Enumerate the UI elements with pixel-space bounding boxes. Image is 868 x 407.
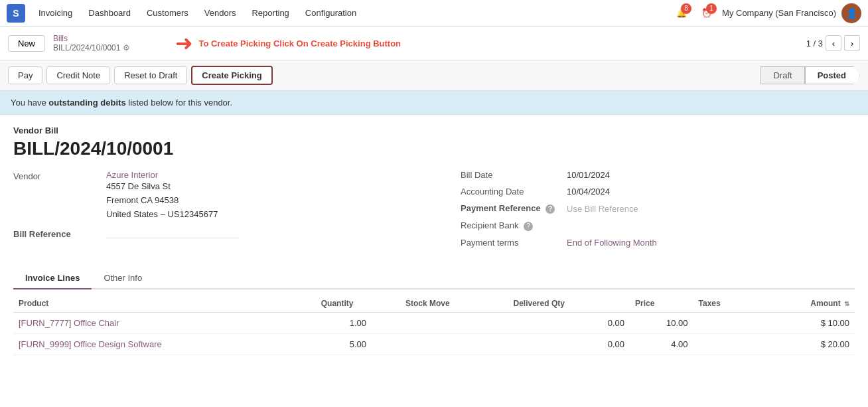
tabs-bar: Invoice Lines Other Info <box>13 268 855 289</box>
gear-icon[interactable]: ⚙ <box>123 43 130 52</box>
price-cell-1: 10.00 <box>630 313 693 334</box>
tab-other-info[interactable]: Other Info <box>92 268 154 289</box>
product-cell-2[interactable]: [FURN_9999] Office Design Software <box>13 334 316 355</box>
pagination-prev[interactable]: ‹ <box>826 35 841 51</box>
invoice-table: Product Quantity Stock Move Delivered Qt… <box>13 295 855 355</box>
pagination-label: 1 / 3 <box>806 39 823 48</box>
recipient-bank-row: Recipient Bank ? <box>461 220 855 231</box>
credit-note-button[interactable]: Credit Note <box>46 66 110 84</box>
payment-reference-label: Payment Reference ? <box>461 203 567 214</box>
company-name[interactable]: My Company (San Francisco) <box>722 8 836 18</box>
product-cell-1[interactable]: [FURN_7777] Office Chair <box>13 313 316 334</box>
avatar[interactable]: 👤 <box>841 3 861 23</box>
notification-clock-btn[interactable]: ⏰ 1 <box>697 3 717 23</box>
nav-reporting[interactable]: Reporting <box>245 5 295 21</box>
accounting-date-value[interactable]: 10/04/2024 <box>567 187 610 197</box>
vendor-field-row: Vendor Azure Interior 4557 De Silva St F… <box>13 170 434 221</box>
main-content: Vendor Bill BILL/2024/10/0001 Vendor Azu… <box>0 115 868 366</box>
red-arrow-icon: ➜ <box>175 31 193 56</box>
bell-badge: 8 <box>681 3 691 14</box>
action-bar: New Bills BILL/2024/10/0001 ⚙ ➜ To Creat… <box>0 27 868 60</box>
stock-move-cell-2 <box>400 334 508 355</box>
tab-invoice-lines[interactable]: Invoice Lines <box>13 268 92 289</box>
new-button[interactable]: New <box>8 35 45 52</box>
amount-cell-1: $ 10.00 <box>757 313 855 334</box>
nav-dashboard[interactable]: Dashboard <box>82 5 137 21</box>
vendor-bill-label: Vendor Bill <box>13 125 855 135</box>
address-line1: 4557 De Silva St <box>106 180 218 194</box>
price-cell-2: 4.00 <box>630 334 693 355</box>
quantity-cell-1: 1.00 <box>316 313 400 334</box>
sort-icon[interactable]: ⇅ <box>844 300 849 307</box>
create-picking-button[interactable]: Create Picking <box>191 66 272 85</box>
nav-configuration[interactable]: Configuration <box>299 5 363 21</box>
pagination-next[interactable]: › <box>844 35 860 51</box>
status-group: Draft Posted <box>760 66 860 84</box>
bill-date-label: Bill Date <box>461 170 567 180</box>
bill-number-heading: BILL/2024/10/0001 <box>13 138 855 159</box>
clock-badge: 1 <box>706 3 717 14</box>
accounting-date-row: Accounting Date 10/04/2024 <box>461 187 855 197</box>
nav-vendors[interactable]: Vendors <box>198 5 243 21</box>
quantity-cell-2: 5.00 <box>316 334 400 355</box>
button-bar: Pay Credit Note Reset to Draft Create Pi… <box>0 60 868 91</box>
posted-status-btn[interactable]: Posted <box>805 66 860 84</box>
taxes-cell-1 <box>693 313 758 334</box>
form-left: Vendor Azure Interior 4557 De Silva St F… <box>13 170 434 254</box>
module-title[interactable]: Invoicing <box>32 5 79 21</box>
col-stock-move: Stock Move <box>400 295 508 313</box>
vendor-value: Azure Interior 4557 De Silva St Fremont … <box>106 170 218 221</box>
annotation-text: To Create Picking Click On Create Pickin… <box>198 39 401 48</box>
bill-date-row: Bill Date 10/01/2024 <box>461 170 855 180</box>
reset-to-draft-button[interactable]: Reset to Draft <box>114 66 187 84</box>
bill-number-crumb: BILL/2024/10/0001 <box>53 43 120 52</box>
col-delivered-qty: Delivered Qty <box>508 295 630 313</box>
col-product: Product <box>13 295 316 313</box>
draft-status-btn[interactable]: Draft <box>760 66 804 84</box>
col-taxes: Taxes <box>693 295 758 313</box>
banner-text-after: listed below for this vendor. <box>126 98 232 108</box>
payment-reference-row: Payment Reference ? Use Bill Reference <box>461 203 855 214</box>
payment-ref-help-icon: ? <box>545 204 555 214</box>
annotation-container: ➜ To Create Picking Click On Create Pick… <box>175 31 401 56</box>
bill-reference-row: Bill Reference <box>13 228 434 239</box>
form-grid: Vendor Azure Interior 4557 De Silva St F… <box>13 170 855 254</box>
payment-terms-value[interactable]: End of Following Month <box>567 238 657 248</box>
col-quantity: Quantity <box>316 295 400 313</box>
bill-reference-label: Bill Reference <box>13 228 106 239</box>
vendor-label: Vendor <box>13 170 106 181</box>
address-block: 4557 De Silva St Fremont CA 94538 United… <box>106 180 218 221</box>
accounting-date-label: Accounting Date <box>461 187 567 197</box>
breadcrumb-current: BILL/2024/10/0001 ⚙ <box>53 43 130 52</box>
banner-text-before: You have <box>11 98 48 108</box>
debits-banner: You have outstanding debits listed below… <box>0 91 868 115</box>
stock-move-cell-1 <box>400 313 508 334</box>
banner-bold-text: outstanding debits <box>48 98 125 108</box>
nav-customers[interactable]: Customers <box>140 5 195 21</box>
pagination: 1 / 3 ‹ › <box>806 35 860 51</box>
delivered-qty-cell-1: 0.00 <box>508 313 630 334</box>
top-nav-right: 🔔 8 ⏰ 1 My Company (San Francisco) 👤 <box>672 3 861 23</box>
vendor-name[interactable]: Azure Interior <box>106 170 218 180</box>
recipient-bank-help-icon: ? <box>524 222 533 231</box>
col-amount: Amount ⇅ <box>757 295 855 313</box>
payment-terms-label: Payment terms <box>461 238 567 248</box>
notification-bell-btn[interactable]: 🔔 8 <box>672 3 691 23</box>
payment-reference-placeholder[interactable]: Use Bill Reference <box>567 204 638 214</box>
pay-button[interactable]: Pay <box>8 66 42 84</box>
address-line2: Fremont CA 94538 <box>106 194 218 208</box>
table-row: [FURN_9999] Office Design Software 5.00 … <box>13 334 855 355</box>
form-right: Bill Date 10/01/2024 Accounting Date 10/… <box>434 170 855 254</box>
taxes-cell-2 <box>693 334 758 355</box>
delivered-qty-cell-2: 0.00 <box>508 334 630 355</box>
top-nav: S Invoicing Dashboard Customers Vendors … <box>0 0 868 27</box>
table-row: [FURN_7777] Office Chair 1.00 0.00 10.00… <box>13 313 855 334</box>
col-price: Price <box>630 295 693 313</box>
address-line3: United States – US12345677 <box>106 208 218 222</box>
breadcrumb-parent[interactable]: Bills <box>53 34 130 43</box>
payment-terms-row: Payment terms End of Following Month <box>461 238 855 248</box>
recipient-bank-label: Recipient Bank ? <box>461 220 567 231</box>
bill-date-value[interactable]: 10/01/2024 <box>567 170 610 180</box>
bill-reference-input[interactable] <box>106 228 239 238</box>
app-logo: S <box>7 4 25 23</box>
